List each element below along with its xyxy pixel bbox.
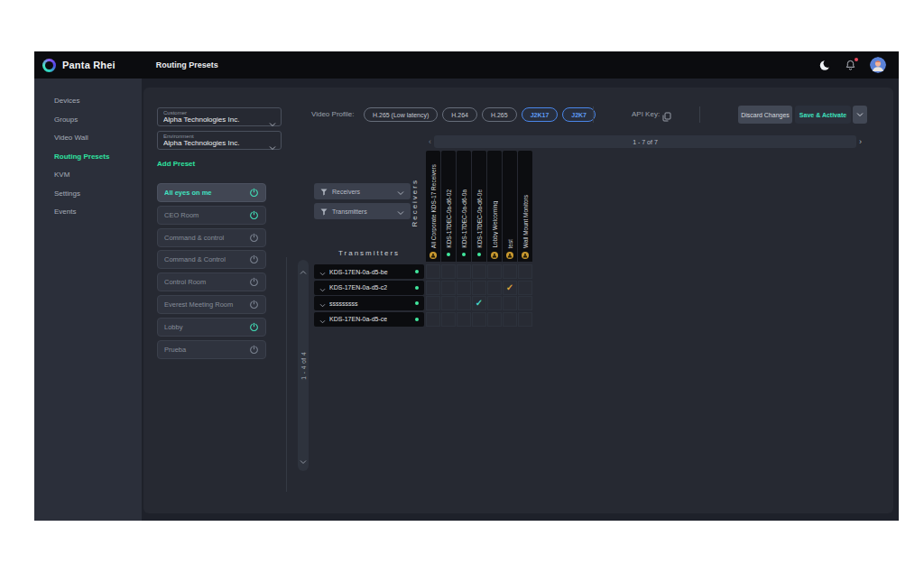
video-profile-chip[interactable]: H.265: [482, 107, 517, 122]
video-profile-chip[interactable]: H.265 (Low latency): [364, 107, 438, 122]
transmitter-name: sssssssss: [329, 300, 358, 307]
transmitter-row-header[interactable]: KDS-17EN-0a-d5-ce: [314, 312, 424, 327]
notifications-bell-icon[interactable]: [845, 60, 855, 70]
power-icon[interactable]: [249, 188, 259, 198]
customer-select[interactable]: Customer Alpha Technologies Inc.: [157, 107, 282, 126]
receiver-column-header[interactable]: Lobby Welcoming: [487, 151, 502, 262]
receiver-status-slot: [430, 251, 437, 258]
transmitters-prev-page-icon[interactable]: [300, 263, 307, 279]
matrix-cell[interactable]: [518, 264, 532, 279]
expand-chevron-icon[interactable]: [319, 311, 326, 328]
sidebar-item[interactable]: Groups: [34, 111, 142, 130]
receiver-column-header[interactable]: Wall Mount Monitors: [518, 151, 532, 262]
chevron-down-icon: [397, 183, 404, 199]
expand-chevron-icon[interactable]: [319, 295, 326, 311]
matrix-cell[interactable]: [503, 312, 517, 327]
preset-item[interactable]: Control Room: [157, 273, 266, 291]
preset-item[interactable]: Command & control: [157, 228, 266, 247]
receiver-column-header[interactable]: KDS-17DEC-0a-d6-0a: [457, 151, 471, 262]
transmitters-next-page-icon[interactable]: [300, 452, 307, 468]
matrix-cell[interactable]: [441, 312, 456, 327]
expand-chevron-icon[interactable]: [319, 263, 326, 280]
transmitter-row-header[interactable]: KDS-17EN-0a-d5-be: [314, 264, 424, 279]
matrix-cell[interactable]: [503, 296, 517, 310]
video-profile-chip[interactable]: J2K7: [562, 107, 596, 122]
add-preset-button[interactable]: Add Preset: [157, 160, 195, 168]
app-window: Panta Rhei Routing Presets DevicesGroups…: [34, 51, 899, 521]
preset-name: Prueba: [164, 346, 249, 354]
receivers-filter-select[interactable]: Receivers: [314, 183, 411, 199]
discard-changes-button[interactable]: Discard Changes: [738, 106, 792, 124]
sidebar-item[interactable]: Routing Presets: [34, 148, 142, 167]
receiver-column-header[interactable]: All Corporate KDS-17 Receivers: [426, 151, 440, 262]
video-profile-chip[interactable]: H.264: [442, 107, 477, 122]
filter-funnel-icon: [320, 183, 328, 199]
matrix-cell[interactable]: [457, 312, 471, 327]
matrix-cell[interactable]: [441, 281, 456, 295]
matrix-cell[interactable]: [487, 296, 502, 310]
power-icon[interactable]: [249, 233, 259, 243]
preset-item[interactable]: Command & Control: [157, 250, 266, 269]
receiver-column-header[interactable]: KDS-17DEC-0a-d6-02: [441, 151, 456, 262]
receivers-next-page-icon[interactable]: ›: [856, 135, 864, 148]
sidebar-item[interactable]: Video Wall: [34, 129, 142, 148]
save-options-button[interactable]: [853, 106, 867, 124]
power-icon[interactable]: [249, 210, 259, 220]
preset-item[interactable]: CEO Room: [157, 206, 266, 225]
matrix-cell[interactable]: [426, 296, 440, 310]
environment-select[interactable]: Environment Alpha Technologies Inc.: [157, 131, 282, 150]
dark-mode-moon-icon[interactable]: [819, 60, 831, 71]
expand-chevron-icon[interactable]: [319, 280, 326, 296]
matrix-cell[interactable]: [472, 312, 486, 327]
matrix-cell[interactable]: [441, 296, 456, 310]
matrix-cell[interactable]: [472, 281, 486, 295]
matrix-cell[interactable]: [487, 281, 502, 295]
transmitters-filter-select[interactable]: Transmitters: [314, 203, 411, 219]
save-activate-button[interactable]: Save & Activate: [795, 106, 851, 124]
preset-list: All eyes on me CEO Room Command & contro…: [157, 183, 266, 359]
power-icon[interactable]: [249, 277, 259, 287]
matrix-cell[interactable]: ✓: [472, 296, 486, 310]
matrix-cell[interactable]: [426, 312, 440, 327]
chevron-down-icon: [269, 115, 276, 131]
transmitter-row-header[interactable]: sssssssss: [314, 296, 424, 310]
receivers-pagination-text: 1 - 7 of 7: [633, 139, 658, 145]
route-check-icon: ✓: [506, 283, 513, 292]
matrix-cell[interactable]: [426, 281, 440, 295]
sidebar-item[interactable]: Devices: [34, 92, 142, 111]
receivers-prev-page-icon[interactable]: ‹: [426, 135, 434, 148]
matrix-cell[interactable]: [457, 296, 471, 310]
receiver-group-icon: [506, 246, 513, 263]
preset-item[interactable]: Prueba: [157, 340, 266, 359]
preset-item[interactable]: Lobby: [157, 318, 266, 337]
matrix-cell[interactable]: [503, 264, 517, 279]
matrix-cell[interactable]: [472, 264, 486, 279]
sidebar-item[interactable]: Events: [34, 203, 142, 222]
sidebar-item[interactable]: KVM: [34, 166, 142, 185]
video-profile-chip[interactable]: J2K17: [522, 107, 559, 122]
matrix-cell[interactable]: [487, 312, 502, 327]
copy-api-key-icon[interactable]: [662, 109, 671, 125]
matrix-cell[interactable]: ✓: [503, 281, 517, 295]
matrix-cell[interactable]: [487, 264, 502, 279]
matrix-cell[interactable]: [441, 264, 456, 279]
receiver-name: KDS-17DEC-0a-d6-0a: [461, 189, 467, 248]
receiver-column-header[interactable]: KDS-17DEC-0a-d6-0e: [472, 151, 486, 262]
transmitter-row-header[interactable]: KDS-17EN-0a-d5-c2: [314, 281, 424, 295]
matrix-cell[interactable]: [457, 264, 471, 279]
power-icon[interactable]: [249, 300, 259, 309]
power-icon[interactable]: [249, 254, 259, 264]
matrix-cell[interactable]: [457, 281, 471, 295]
sidebar-item[interactable]: Settings: [34, 185, 142, 204]
preset-item[interactable]: Everest Meeting Room: [157, 295, 266, 314]
power-icon[interactable]: [249, 345, 259, 355]
matrix-cell[interactable]: [518, 281, 532, 295]
receiver-column-header[interactable]: test: [503, 151, 517, 262]
user-avatar[interactable]: [870, 57, 886, 73]
matrix-cell[interactable]: [518, 296, 532, 310]
power-icon[interactable]: [249, 322, 259, 332]
matrix-cell[interactable]: [518, 312, 532, 327]
matrix-cell[interactable]: [426, 264, 440, 279]
preset-item[interactable]: All eyes on me: [157, 183, 266, 202]
sidebar: DevicesGroupsVideo WallRouting PresetsKV…: [34, 79, 142, 521]
